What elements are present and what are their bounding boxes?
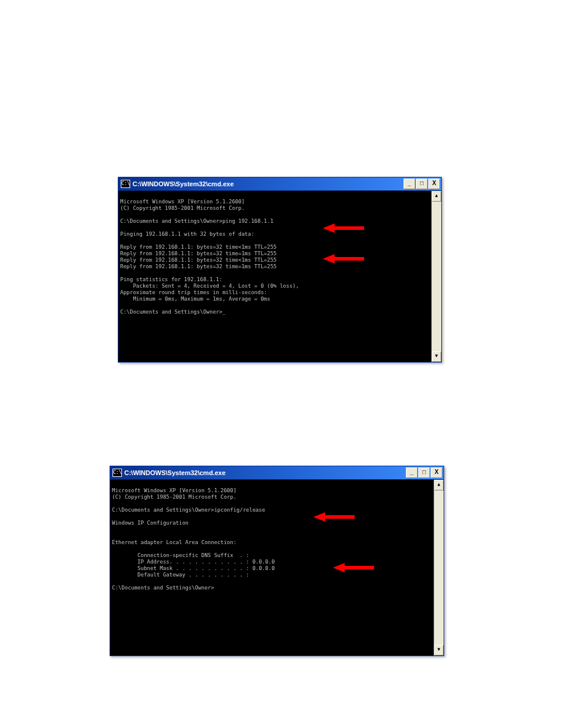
console-line: Ethernet adapter Local Area Connection: [112,539,236,545]
console-line: C:\Documents and Settings\Owner>ipconfig… [112,507,265,513]
close-button[interactable]: X [428,179,440,189]
scroll-down-button[interactable]: ▼ [434,645,444,655]
titlebar[interactable]: C:\ C:\WINDOWS\System32\cmd.exe _ □ X [110,466,444,480]
console-line: Reply from 192.168.1.1: bytes=32 time=1m… [120,251,277,256]
scroll-up-button[interactable]: ▲ [434,480,444,490]
cmd-window-ping: C:\ C:\WINDOWS\System32\cmd.exe _ □ X Mi… [118,177,442,363]
svg-marker-1 [323,254,364,263]
close-button[interactable]: X [431,467,442,478]
console-line: C:\Documents and Settings\Owner>_ [120,309,226,315]
console-line: C:\Documents and Settings\Owner> [112,585,214,591]
maximize-button[interactable]: □ [416,179,428,189]
scroll-up-button[interactable]: ▲ [432,191,441,202]
console-wrap: Microsoft Windows XP [Version 5.1.2600] … [118,191,441,362]
console-line: (C) Copyright 1985-2001 Microsoft Corp. [112,494,236,500]
scrollbar[interactable]: ▲ ▼ [431,191,441,362]
titlebar[interactable]: C:\ C:\WINDOWS\System32\cmd.exe _ □ X [118,177,441,191]
console-line: Approximate round trip times in milli-se… [120,289,267,295]
console-line: Reply from 192.168.1.1: bytes=32 time=1m… [120,263,277,269]
console-line: Pinging 192.168.1.1 with 32 bytes of dat… [120,231,254,237]
console-line: Microsoft Windows XP [Version 5.1.2600] [112,487,236,493]
scrollbar[interactable]: ▲ ▼ [434,480,444,655]
window-buttons: _ □ X [404,179,440,189]
console-line: Default Gateway . . . . . . . . . : [112,572,249,578]
console-line: Windows IP Configuration [112,520,189,526]
cmd-window-ipconfig: C:\ C:\WINDOWS\System32\cmd.exe _ □ X Mi… [110,466,444,656]
console-line: Ping statistics for 192.168.1.1: [120,276,222,282]
window-title: C:\WINDOWS\System32\cmd.exe [124,469,406,476]
minimize-button[interactable]: _ [406,467,418,478]
svg-marker-2 [313,512,355,522]
page-root: C:\ C:\WINDOWS\System32\cmd.exe _ □ X Mi… [0,0,562,728]
console-line: Microsoft Windows XP [Version 5.1.2600] [120,199,244,205]
minimize-button[interactable]: _ [404,179,415,189]
console-line: Reply from 192.168.1.1: bytes=32 time<1m… [120,244,277,250]
console-wrap: Microsoft Windows XP [Version 5.1.2600] … [110,480,444,655]
window-buttons: _ □ X [406,467,442,478]
console-line: Minimum = 0ms, Maximum = 1ms, Average = … [120,296,270,302]
console-line: (C) Copyright 1985-2001 Microsoft Corp. [120,205,244,211]
console-line: C:\Documents and Settings\Owner>ping 192… [120,218,273,224]
scroll-down-button[interactable]: ▼ [432,351,441,362]
maximize-button[interactable]: □ [418,467,430,478]
svg-marker-3 [333,563,374,572]
annotation-arrow-icon [323,210,364,220]
window-title: C:\WINDOWS\System32\cmd.exe [133,180,404,187]
console-line: Subnet Mask . . . . . . . . . . . : 0.0.… [112,565,275,571]
console-line: Reply from 192.168.1.1: bytes=32 time<1m… [120,257,277,263]
cmd-icon: C:\ [113,469,122,477]
cmd-icon: C:\ [121,180,130,188]
svg-marker-0 [323,223,364,233]
console-line: Connection-specific DNS Suffix . : [112,552,249,558]
console-output[interactable]: Microsoft Windows XP [Version 5.1.2600] … [110,480,434,655]
scroll-track[interactable] [432,202,441,351]
annotation-arrow-icon [323,241,364,251]
annotation-arrow-icon [333,550,374,559]
console-output[interactable]: Microsoft Windows XP [Version 5.1.2600] … [118,191,431,362]
console-line: IP Address. . . . . . . . . . . . : 0.0.… [112,559,275,565]
console-line: Packets: Sent = 4, Received = 4, Lost = … [120,283,299,289]
annotation-arrow-icon [313,499,355,509]
scroll-track[interactable] [434,490,444,645]
